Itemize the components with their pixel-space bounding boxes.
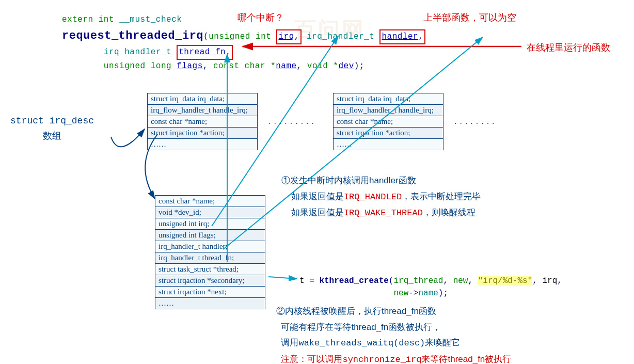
e2-l3a: 调用 [281, 338, 298, 347]
c-teq: t = [299, 276, 319, 286]
explain-block-1: ①发生中断时内核调用handler函数 如果返回值是IRQ_HANDLED，表示… [281, 173, 481, 221]
e2-l1b: thread_fn [382, 306, 419, 316]
dots-between-2: ········ [454, 119, 498, 128]
e1-irq-handled: IRQ_HANDLED [344, 192, 402, 202]
fn-name: request_threaded_irq [62, 29, 203, 42]
e2-l1a: ②内核线程被唤醒后，执行 [276, 306, 382, 316]
table-action: const char *name; void *dev_id; unsigned… [155, 195, 265, 309]
struct-label: struct irq_desc 数组 [10, 114, 94, 144]
dots-between-1: ········· [268, 119, 317, 128]
type-void: void * [307, 61, 339, 71]
e2-l4d: 来等待 [421, 354, 448, 364]
e1-wake: IRQ_WAKE_THREAD [344, 208, 423, 218]
function-signature: extern int __must_check request_threaded… [62, 13, 425, 73]
c-new1: new [453, 276, 468, 286]
cell: struct irq_data irq_data; [334, 93, 443, 105]
cell: irq_flow_handler_t handle_irq; [334, 105, 443, 116]
e2-l3b: wake_threads_waitq(desc) [298, 338, 425, 348]
e2-l4b: 可以调用 [307, 354, 342, 364]
e2-l4f: 被执行 [485, 354, 511, 364]
table-irq-desc-1: struct irq_data irq_data; irq_flow_handl… [147, 93, 258, 150]
cell: struct irqaction *action; [148, 128, 258, 139]
struct-label-1: struct irq_desc [10, 116, 94, 126]
param-thread-fn: thread_fn [179, 48, 226, 57]
struct-label-2: 数组 [43, 131, 61, 141]
cell: struct irqaction *action; [334, 128, 443, 139]
kw-extern: extern int [62, 15, 114, 24]
kw-must-check: __must_check [119, 15, 182, 24]
e2-l4a: 注意： [281, 354, 307, 364]
cell: irq_flow_handler_t handle_irq; [148, 105, 258, 116]
c-new2: new [393, 289, 408, 298]
c-c4: , [557, 276, 562, 286]
type-constchar: const char * [213, 61, 276, 71]
cell: struct irqaction *next; [155, 287, 265, 298]
e2-l4c: synchronize_irq [342, 355, 421, 364]
explain-block-2: ②内核线程被唤醒后，执行thread_fn函数 可能有程序在等待thread_f… [276, 304, 511, 364]
cell: void *dev_id; [155, 207, 265, 218]
e2-l2b: thread_fn [351, 322, 388, 332]
c-c3: , [532, 276, 542, 286]
e1-l3a: 如果返回值是 [291, 208, 344, 217]
e1-l2a: 如果返回值是 [291, 192, 344, 201]
annot-top-half: 上半部函数，可以为空 [423, 11, 516, 24]
type-handler-t2: irq_handler_t [104, 48, 171, 57]
cell: irq_handler_t thread_fn; [155, 252, 265, 264]
cell: struct task_struct *thread; [155, 264, 265, 275]
param-flags: flags [177, 61, 203, 71]
e1-l3b: ，则唤醒线程 [423, 208, 476, 217]
cell: struct irqaction *secondary; [155, 275, 265, 287]
kthread-code: t = kthread_create(irq_thread, new, "irq… [299, 275, 562, 299]
cell: …… [155, 298, 265, 309]
cell: const char *name; [148, 116, 258, 128]
type-uint: unsigned int [209, 32, 271, 41]
e2-l4e: thread_fn [448, 354, 485, 364]
c-irq-thread: irq_thread [393, 276, 443, 286]
param-name: name [276, 61, 296, 71]
cell: irq_handler_t handler; [155, 241, 265, 252]
c-fmt: "irq/%d-%s" [478, 276, 533, 286]
type-handler-t: irq_handler_t [307, 32, 374, 41]
e2-l1c: 函数 [419, 306, 436, 316]
e2-l2c: 函数被执行， [388, 322, 441, 332]
c-c2: , [468, 276, 478, 286]
cell: …… [334, 139, 443, 150]
cell: struct irq_data irq_data; [148, 93, 258, 105]
c-kthread: kthread_create [319, 276, 388, 286]
e1-l2b: ，表示中断处理完毕 [402, 192, 481, 201]
e1-l1a: ①发生中断时内核调用 [281, 176, 369, 185]
c-irq: irq [543, 276, 558, 286]
cell: …… [148, 139, 258, 150]
cell: unsigned int irq; [155, 218, 265, 230]
cell: const char *name; [334, 116, 443, 128]
svg-line-4 [268, 277, 297, 279]
e1-l1b: handler [369, 176, 399, 185]
c-arrow: -> [408, 289, 418, 298]
c-c1: , [443, 276, 453, 286]
cell: unsigned int flags; [155, 230, 265, 241]
param-dev: dev [338, 61, 354, 71]
e1-l1c: 函数 [399, 176, 416, 185]
c-lp: ( [389, 276, 394, 286]
c-name: name [418, 289, 438, 298]
annot-thread-run: 在线程里运行的函数 [527, 41, 610, 54]
param-handler: handler [382, 32, 418, 41]
c-rp: ); [438, 289, 448, 298]
cell: const char *name; [155, 196, 265, 207]
e2-l2a: 可能有程序在等待 [281, 322, 351, 332]
type-ulong: unsigned long [104, 61, 171, 71]
e2-l3c: 来唤醒它 [425, 338, 460, 347]
param-irq: irq [278, 32, 294, 41]
table-irq-desc-2: struct irq_data irq_data; irq_flow_handl… [333, 93, 443, 150]
